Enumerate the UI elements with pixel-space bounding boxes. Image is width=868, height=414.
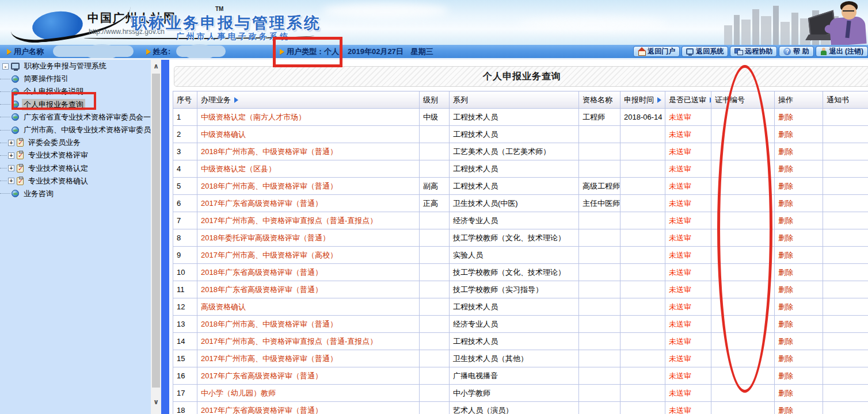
business-link[interactable]: 2017年广东省高级资格评审（普通） (201, 199, 322, 208)
delete-link[interactable]: 删除 (778, 147, 793, 156)
expander-icon[interactable]: + (8, 140, 14, 146)
delete-link[interactable]: 删除 (778, 130, 793, 139)
expander-icon[interactable]: + (8, 165, 14, 171)
cell-certificate-no (711, 126, 775, 143)
cell-series: 工程技术人员 (450, 333, 579, 350)
expander-icon[interactable]: + (8, 152, 14, 159)
cell-notice (823, 212, 868, 229)
delete-link[interactable]: 删除 (778, 285, 793, 294)
status-text: 未送审 (669, 389, 691, 397)
delete-link[interactable]: 删除 (778, 113, 793, 121)
delete-link[interactable]: 删除 (778, 251, 793, 259)
sort-arrow-icon[interactable] (234, 97, 238, 103)
delete-link[interactable]: 删除 (778, 320, 793, 328)
table-row: 17 中小学（幼儿园）教师 中小学教师 未送审 删除 (173, 385, 868, 402)
remote-assist-button[interactable]: 远程协助 (730, 46, 777, 57)
delete-link[interactable]: 删除 (778, 406, 793, 414)
cell-notice (823, 195, 868, 212)
sidebar-item-0[interactable]: - 职称业务申报与管理系统 (0, 60, 151, 72)
business-link[interactable]: 2017年广州市高、中级资格评审（普通） (201, 354, 337, 363)
sidebar-item-3[interactable]: 个人申报业务查询 (0, 98, 151, 111)
delete-link[interactable]: 删除 (778, 389, 793, 397)
cell-series: 技工学校教师（实习指导） (450, 281, 579, 298)
business-link[interactable]: 2018年委托评审高级资格评审（普通） (201, 233, 330, 242)
business-link[interactable]: 2018年广州市高、中级资格评审（普通） (201, 182, 337, 190)
sort-arrow-icon[interactable] (657, 97, 661, 103)
cell-certificate-no (711, 281, 775, 298)
business-link[interactable]: 中级资格认定（南方人才市场） (201, 113, 306, 121)
cell-level: 副高 (420, 178, 450, 195)
cell-notice (823, 109, 868, 126)
delete-link[interactable]: 删除 (778, 354, 793, 363)
scroll-up-button[interactable]: ∧ (151, 60, 161, 72)
business-link[interactable]: 2018年广东省高级资格评审（普通） (201, 285, 322, 294)
date-text: 2019年02月27日 星期三 (348, 47, 433, 57)
return-portal-button[interactable]: 返回门户 (633, 46, 680, 57)
business-link[interactable]: 2017年广州市高、中资格评审直报点（普通-直报点） (201, 337, 377, 346)
expander-icon[interactable]: - (2, 63, 9, 70)
globe-icon (12, 190, 19, 197)
scrollbar-thumb[interactable] (152, 74, 160, 388)
cell-certificate-no (711, 367, 775, 385)
cell-series: 工程技术人员 (450, 298, 579, 316)
business-link[interactable]: 2017年广州市高、中级资格评审（高校） (201, 251, 337, 259)
expander-icon[interactable]: + (8, 178, 14, 184)
business-link[interactable]: 2017年广东省高级资格评审（普通） (201, 371, 322, 380)
delete-link[interactable]: 删除 (778, 371, 793, 380)
cell-index: 8 (173, 229, 197, 247)
delete-link[interactable]: 删除 (778, 216, 793, 225)
cell-level: 中级 (420, 109, 450, 126)
business-link[interactable]: 中级资格确认 (201, 130, 246, 139)
business-link[interactable]: 2017年广东省高级资格评审（普通） (201, 406, 322, 414)
business-link[interactable]: 中级资格认定（区县） (201, 164, 276, 173)
delete-link[interactable]: 删除 (778, 268, 793, 277)
business-link[interactable]: 2018年广州市高、中级资格评审（普通） (201, 147, 337, 156)
business-link[interactable]: 中小学（幼儿园）教师 (201, 389, 276, 397)
business-link[interactable]: 2018年广东省高级资格评审（普通） (201, 268, 322, 277)
business-link[interactable]: 高级资格确认 (201, 302, 246, 311)
sidebar-item-7[interactable]: + 专业技术资格评审 (0, 149, 151, 162)
sidebar-item-5[interactable]: 广州市高、中级专业技术资格评审委员会一览 (0, 124, 151, 136)
cell-certificate-no (711, 247, 775, 264)
sidebar-item-4[interactable]: 广东省省直专业技术资格评审委员会一览 (0, 111, 151, 124)
cell-certificate-no (711, 109, 775, 126)
table-row: 2 中级资格确认 工程技术人员 未送审 删除 (173, 126, 868, 143)
column-header-9: 通知书 (823, 91, 868, 109)
delete-link[interactable]: 删除 (778, 164, 793, 173)
delete-link[interactable]: 删除 (778, 233, 793, 242)
business-link[interactable]: 2018年广州市高、中级资格评审（普通） (201, 320, 337, 328)
status-text: 未送审 (669, 251, 691, 259)
table-row: 15 2017年广州市高、中级资格评审（普通） 卫生技术人员（其他） 未送审 删… (173, 350, 868, 367)
sidebar-item-10[interactable]: 业务咨询 (0, 187, 151, 200)
cell-certificate-no (711, 264, 775, 281)
cell-index: 13 (173, 316, 197, 333)
panel-splitter[interactable] (161, 60, 169, 414)
sidebar-scrollbar[interactable]: ∧ ∨ (151, 60, 161, 414)
tree-connector (0, 104, 10, 105)
column-header-5[interactable]: 申报时间 (620, 91, 665, 109)
globe-icon (12, 88, 19, 95)
sidebar-item-8[interactable]: + 专业技术资格认定 (0, 162, 151, 175)
delete-link[interactable]: 删除 (778, 302, 793, 311)
sidebar-item-1[interactable]: 简要操作指引 (0, 72, 151, 85)
delete-link[interactable]: 删除 (778, 182, 793, 190)
return-system-button[interactable]: 返回系统 (682, 46, 728, 57)
scroll-down-button[interactable]: ∨ (151, 396, 161, 408)
status-text: 未送审 (669, 113, 691, 121)
business-link[interactable]: 2017年广州市高、中资格评审直报点（普通-直报点） (201, 216, 377, 225)
help-button[interactable]: ? 帮 助 (779, 46, 813, 57)
sidebar-item-9[interactable]: + 专业技术资格确认 (0, 175, 151, 187)
tree-connector (0, 181, 7, 181)
usertype-label: 用户类型：个人 (287, 47, 339, 57)
sidebar-item-6[interactable]: + 评委会委员业务 (0, 136, 151, 149)
column-header-1[interactable]: 办理业务 (197, 91, 420, 109)
logout-button[interactable]: 退出 (注销) (816, 46, 868, 57)
sidebar-item-label: 专业技术资格认定 (26, 163, 90, 174)
cell-qualification: 高级工程师 (579, 178, 620, 195)
column-header-6[interactable]: 是否已送审 (665, 91, 711, 109)
delete-link[interactable]: 删除 (778, 337, 793, 346)
status-text: 未送审 (669, 371, 691, 380)
delete-link[interactable]: 删除 (778, 199, 793, 208)
table-row: 12 高级资格确认 工程技术人员 未送审 删除 (173, 298, 868, 316)
sidebar-item-2[interactable]: 个人申报业务说明 (0, 85, 151, 98)
